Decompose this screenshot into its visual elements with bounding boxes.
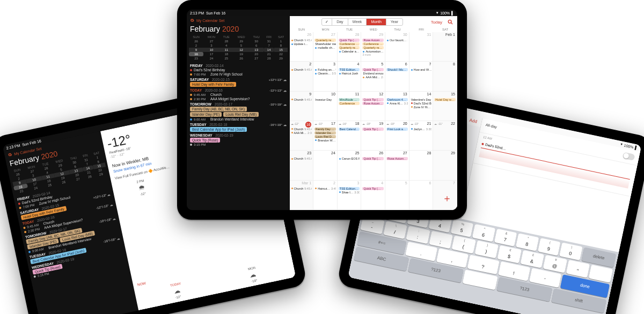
today-button[interactable]: Today xyxy=(431,20,442,25)
day-cell[interactable]: Feb 1 xyxy=(433,32,457,62)
day-cell[interactable]: 10Investor Day xyxy=(313,92,338,121)
day-cell[interactable]: 24 xyxy=(313,151,338,180)
search-icon[interactable] xyxy=(448,19,453,25)
day-cell[interactable]: 14Valentine's DayDad's 52nd Birt…Zone IV… xyxy=(409,92,434,121)
day-cell[interactable]: 27Rose Automatio… xyxy=(385,151,409,180)
key[interactable]: }) xyxy=(474,240,499,258)
day-cell[interactable]: 16☁ -12°Church 9:45 AMAAA Mi… 2:30 PM xyxy=(290,121,314,151)
gear-icon[interactable] xyxy=(8,152,12,157)
day-cell[interactable]: 15Hotel Day with… xyxy=(433,92,457,121)
now-label: NOW xyxy=(137,281,146,287)
key[interactable]: %5 xyxy=(451,219,474,237)
key[interactable] xyxy=(589,264,613,282)
day-cell[interactable]: 6 xyxy=(409,181,434,210)
day-cell[interactable]: 19☁ -18°Quick Tip (Rose) xyxy=(361,121,385,151)
key[interactable]: \/ xyxy=(383,221,407,239)
day-cell[interactable]: 17☁ -10°Family Day (AB…Islander Day (PE)… xyxy=(313,121,338,151)
agenda-list[interactable]: FRIDAY 2020-02-14Dad's 52nd Birthday7:00… xyxy=(187,62,290,210)
key[interactable]: €$ xyxy=(497,245,522,263)
day-cell[interactable]: 6Should I Move fr… xyxy=(385,62,409,91)
key[interactable]: ^6 xyxy=(472,224,495,242)
day-cell[interactable]: 23Church 9:45 AM xyxy=(290,151,314,180)
day-cell[interactable]: 11MindNode Clas…Conference xyxy=(338,92,362,121)
segment-check[interactable]: ✓ xyxy=(322,19,332,25)
key[interactable]: *8 xyxy=(516,233,539,251)
segment-year[interactable]: Year xyxy=(386,19,402,25)
svg-point-5 xyxy=(448,20,451,23)
day-cell[interactable]: 5 xyxy=(385,181,409,210)
add-event-button[interactable]: ＋ xyxy=(442,192,452,205)
day-cell[interactable]: 29Rose Automatio…Conference Call…Quarter… xyxy=(361,32,385,62)
day-cell[interactable]: 29 xyxy=(433,151,457,180)
add-button[interactable]: Add xyxy=(469,118,478,124)
day-cell[interactable]: 28 xyxy=(409,151,434,180)
day-cell[interactable]: 3TSS Edition…Shae I… 3:30 PM xyxy=(338,181,362,210)
day-cell[interactable]: 30Our favorit… 12 PM xyxy=(385,32,409,62)
month-pane: ✓ Day Week Month Year Today SUNMONTUEWED… xyxy=(290,16,457,210)
key[interactable]: ;: xyxy=(406,226,430,244)
key[interactable]: (9 xyxy=(538,237,561,255)
day-cell[interactable]: 7How and W… 8 AM xyxy=(409,62,434,91)
day-cell[interactable]: Mar 1Church 9:45 AM xyxy=(290,181,314,210)
ipad-center: 2:13 PM Sun Feb 16 ▾100%▌ My Calendar Se… xyxy=(177,0,467,220)
gear-icon[interactable] xyxy=(190,18,194,23)
day-cell[interactable]: 21☁ -13°Jaclyn… 3:30 PM xyxy=(409,121,434,151)
mini-calendar[interactable]: SUNMONTUEWEDTHUFRISAT2627282930311234567… xyxy=(187,35,290,62)
key[interactable]: ; xyxy=(429,230,453,249)
key[interactable]: )0 xyxy=(559,242,582,260)
allday-toggle[interactable] xyxy=(623,152,635,161)
day-cell[interactable]: 28Quick Tip (Rose)Conference Call…Quarte… xyxy=(338,32,362,62)
month-title: February2020 xyxy=(187,24,290,35)
day-cell[interactable]: 18☁ -16°Best Calendar A… xyxy=(338,121,362,151)
segment-week[interactable]: Week xyxy=(348,19,367,25)
day-cell[interactable]: 2Church 9:45 AM xyxy=(290,62,314,91)
battery-icon: ▌ xyxy=(451,11,454,15)
calendar-set-label[interactable]: My Calendar Set xyxy=(196,19,224,23)
day-cell[interactable]: 2Haircut… 3:45 PM xyxy=(313,181,338,210)
day-cell[interactable]: 31 xyxy=(409,32,434,62)
key[interactable]: {( xyxy=(452,235,476,253)
day-cell[interactable]: 4TSS Edition…Haircut Josh 1 PM xyxy=(338,62,362,91)
day-cell[interactable]: 22☁ -11° xyxy=(433,121,457,151)
day-cell[interactable]: 26Church 9:45 AMUpdate t… xyxy=(290,32,314,62)
view-segments[interactable]: ✓ Day Week Month Year xyxy=(321,18,403,26)
dow-header: SUNMONTUEWEDTHUFRISAT xyxy=(290,28,457,32)
day-cell[interactable]: 27Quarterly resul…Shareholder me…mobelle… xyxy=(313,32,338,62)
key[interactable]: " xyxy=(566,259,590,278)
sidebar: My Calendar Set February2020 SUNMONTUEWE… xyxy=(187,16,290,210)
segment-month[interactable]: Month xyxy=(367,19,386,25)
key[interactable]: £& xyxy=(520,250,544,268)
segment-day[interactable]: Day xyxy=(332,19,348,25)
day-cell[interactable]: 5Quick Tip (Rose)Dividend annou…AAA Mid…… xyxy=(361,62,385,91)
key[interactable]: &7 xyxy=(494,228,517,246)
wifi-icon: ▾ xyxy=(436,11,438,15)
day-cell[interactable]: 20☁ -18°First Look at Sa… xyxy=(385,121,409,151)
status-bar: 2:13 PM Sun Feb 16 ▾100%▌ xyxy=(187,10,457,16)
day-cell[interactable]: 12Quick Tip (Rose)Rose Automatio… xyxy=(361,92,385,121)
day-cell[interactable]: 4Quick Tip (Rose) xyxy=(361,181,385,210)
day-cell[interactable]: 13Darkroom 4.4 U…Anna Kl… 3:30 PM xyxy=(385,92,409,121)
month-grid[interactable]: 26Church 9:45 AMUpdate t…27Quarterly res… xyxy=(290,32,457,210)
day-cell[interactable]: 26Quick Tip (Rose) xyxy=(361,151,385,180)
day-cell[interactable]: 9Church 9:45 AM xyxy=(290,92,314,121)
day-cell[interactable]: 8 xyxy=(433,62,457,91)
day-cell[interactable]: 3Folding an… 9 AMCleanin… 3:50 PM xyxy=(313,62,338,91)
svg-line-6 xyxy=(451,23,452,24)
day-cell[interactable]: 25Canon EOS R m… xyxy=(338,151,362,180)
key[interactable]: ¥@ xyxy=(543,255,567,273)
